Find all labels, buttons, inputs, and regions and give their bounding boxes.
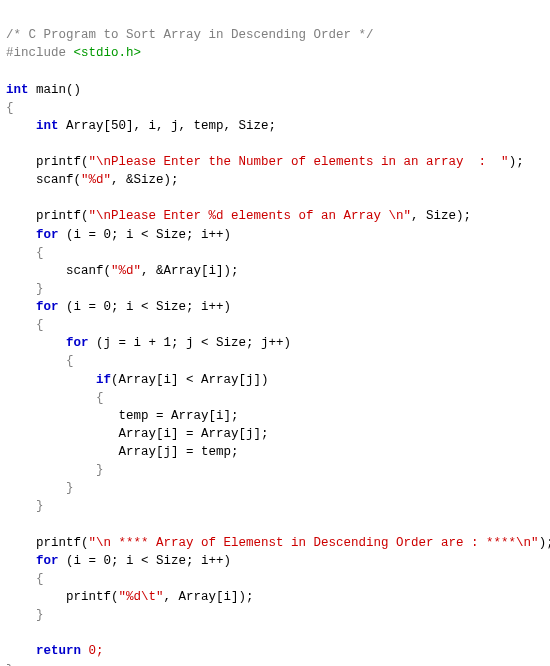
kw-for: for <box>36 554 59 568</box>
stmt: Array[j] = temp; <box>119 445 239 459</box>
printf-call: printf <box>66 590 111 604</box>
for-cond: (i = 0; i < Size; i++) <box>66 300 231 314</box>
kw-return: return <box>36 644 81 658</box>
kw-for: for <box>36 228 59 242</box>
printf-arg: , Array[i]); <box>164 590 254 604</box>
stmt: Array[i] = Array[j]; <box>119 427 269 441</box>
func-main: main <box>36 83 66 97</box>
string-literal: "%d" <box>81 173 111 187</box>
string-literal: "%d" <box>111 264 141 278</box>
stmt: temp = Array[i]; <box>119 409 239 423</box>
for-cond: (i = 0; i < Size; i++) <box>66 554 231 568</box>
include-file: <stdio.h> <box>74 46 142 60</box>
string-literal: "\n **** Array of Elemenst in Descending… <box>89 536 539 550</box>
string-literal: "\nPlease Enter the Number of elements i… <box>89 155 509 169</box>
printf-call: printf <box>36 209 81 223</box>
printf-call: printf <box>36 155 81 169</box>
printf-call: printf <box>36 536 81 550</box>
string-literal: "%d\t" <box>119 590 164 604</box>
kw-for: for <box>66 336 89 350</box>
for-cond: (i = 0; i < Size; i++) <box>66 228 231 242</box>
declarations: Array[50], i, j, temp, Size; <box>66 119 276 133</box>
for-cond: (j = i + 1; j < Size; j++) <box>96 336 291 350</box>
comment: /* C Program to Sort Array in Descending… <box>6 28 374 42</box>
string-literal: "\nPlease Enter %d elements of an Array … <box>89 209 412 223</box>
scan-arg: &Array[i]); <box>156 264 239 278</box>
kw-for: for <box>36 300 59 314</box>
code-editor: /* C Program to Sort Array in Descending… <box>0 0 550 666</box>
if-cond: (Array[i] < Array[j]) <box>111 373 269 387</box>
kw-if: if <box>96 373 111 387</box>
printf-arg: , Size); <box>411 209 471 223</box>
scan-arg: &Size); <box>126 173 179 187</box>
kw-int: int <box>6 83 29 97</box>
scanf-call: scanf <box>66 264 104 278</box>
scanf-call: scanf <box>36 173 74 187</box>
kw-int: int <box>36 119 59 133</box>
return-value: 0; <box>89 644 104 658</box>
preproc: #include <box>6 46 74 60</box>
